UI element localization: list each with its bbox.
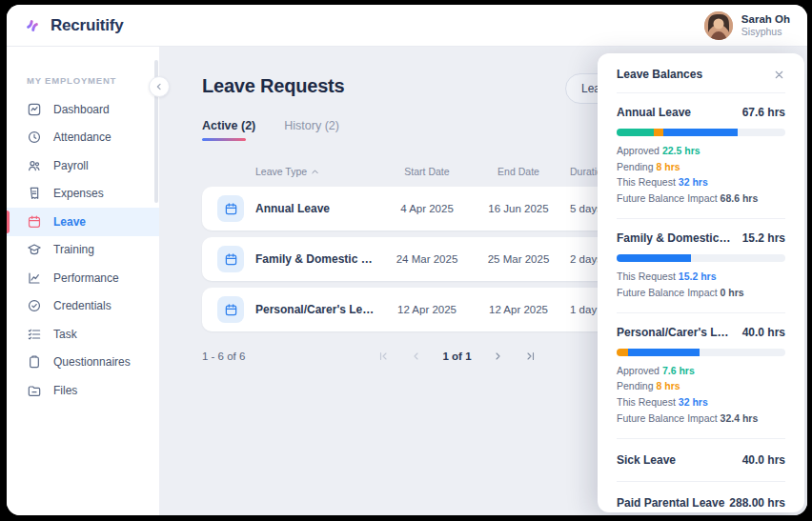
sidebar-item-label: Payroll: [53, 159, 89, 172]
sidebar-item-label: Questionnaires: [53, 355, 131, 369]
balance-section-family-violence-leave: Family & Domestic Violence Leave 15.2 hr…: [617, 219, 785, 313]
column-start-date[interactable]: Start Date: [387, 166, 467, 177]
prev-page-icon[interactable]: [411, 351, 422, 362]
cell-end-date: 16 Jun 2025: [478, 203, 558, 214]
chart-line-icon: [27, 271, 42, 286]
app-window: Recruitify Sarah Oh Sisyphus: [0, 0, 812, 521]
table-header: Leave Type Start Date End Date Duration: [202, 166, 642, 177]
user-org: Sisyphus: [741, 26, 790, 38]
sidebar-item-credentials[interactable]: Credentials: [7, 292, 159, 321]
cell-start-date: 12 Apr 2025: [387, 304, 467, 315]
bar-approved-segment: [617, 129, 654, 136]
sidebar: MY EMPLOYMENT Dashboard Attendance Payro…: [7, 47, 160, 515]
balance-section-annual-leave: Annual Leave 67.6 hrs Approved 22.5 hrs …: [617, 93, 785, 219]
balance-total: 288.00 hrs: [729, 496, 785, 510]
bar-request-segment: [628, 349, 700, 356]
column-end-date[interactable]: End Date: [478, 166, 558, 177]
table-row[interactable]: Family & Domestic Violence Leave 24 Mar …: [202, 237, 642, 281]
balance-section-personal-carers-leave: Personal/Carer's Leave 40.0 hrs Approved…: [617, 313, 785, 439]
detail-this-request: This Request 32 hrs: [617, 396, 785, 409]
balance-total: 40.0 hrs: [742, 453, 785, 467]
user-menu[interactable]: Sarah Oh Sisyphus: [704, 11, 790, 40]
balance-name: Family & Domestic Violence Leave: [617, 231, 733, 245]
detail-approved: Approved 22.5 hrs: [617, 145, 785, 157]
leave-type-calendar-icon: [217, 195, 244, 222]
cell-leave-type: Annual Leave: [255, 202, 376, 215]
cell-leave-type: Personal/Carer's Leave: [255, 303, 376, 316]
tab-history[interactable]: History (2): [284, 119, 339, 141]
calendar-icon: [27, 214, 42, 230]
detail-future-impact: Future Balance Impact 0 hrs: [617, 287, 785, 299]
sidebar-item-leave[interactable]: Leave: [7, 208, 159, 236]
sidebar-section-label: MY EMPLOYMENT: [7, 75, 159, 95]
clock-icon: [27, 130, 42, 145]
sidebar-item-label: Files: [53, 384, 77, 397]
leave-balances-panel: Leave Balances Annual Leave 67.6 hrs App…: [598, 53, 804, 512]
sidebar-collapse-button[interactable]: [149, 76, 170, 97]
bar-request-segment: [663, 129, 739, 136]
checklist-icon: [27, 327, 42, 342]
sidebar-item-files[interactable]: Files: [7, 376, 159, 405]
sidebar-item-expenses[interactable]: Expenses: [7, 180, 159, 209]
avatar[interactable]: [704, 11, 733, 40]
brand-name: Recruitify: [51, 16, 123, 35]
user-name: Sarah Oh: [741, 12, 790, 26]
detail-pending: Pending 8 hrs: [617, 380, 785, 392]
close-icon[interactable]: [773, 69, 785, 81]
top-bar: Recruitify Sarah Oh Sisyphus: [7, 5, 807, 47]
table-row[interactable]: Annual Leave 4 Apr 2025 16 Jun 2025 5 da…: [202, 187, 642, 230]
balance-total: 40.0 hrs: [742, 326, 785, 339]
balance-row-sick-leave: Sick Leave 40.0 hrs: [617, 439, 785, 482]
sidebar-item-label: Attendance: [53, 130, 112, 144]
leave-requests-table: Leave Type Start Date End Date Duration …: [202, 166, 642, 366]
sidebar-item-training[interactable]: Training: [7, 236, 159, 265]
panel-title: Leave Balances: [617, 68, 702, 81]
badge-check-icon: [27, 298, 42, 313]
user-meta: Sarah Oh Sisyphus: [741, 12, 790, 39]
balance-progress-bar: [617, 129, 785, 136]
leave-type-calendar-icon: [217, 246, 244, 272]
detail-this-request: This Request 15.2 hrs: [617, 271, 785, 283]
last-page-icon[interactable]: [525, 351, 537, 362]
pagination-range: 1 - 6 of 6: [202, 351, 245, 362]
sort-asc-icon: [311, 168, 319, 176]
sidebar-item-label: Credentials: [53, 299, 112, 312]
detail-pending: Pending 8 hrs: [617, 161, 785, 173]
sidebar-item-performance[interactable]: Performance: [7, 264, 159, 292]
payroll-icon: [27, 158, 42, 173]
sidebar-item-label: Expenses: [53, 187, 104, 200]
app-surface: Recruitify Sarah Oh Sisyphus: [7, 5, 807, 515]
brand: Recruitify: [22, 15, 123, 36]
cell-start-date: 4 Apr 2025: [387, 203, 467, 214]
balance-progress-bar: [617, 254, 785, 262]
cell-end-date: 25 Mar 2025: [478, 253, 558, 265]
bar-request-segment: [617, 254, 691, 262]
sidebar-item-dashboard[interactable]: Dashboard: [7, 95, 159, 124]
sidebar-item-attendance[interactable]: Attendance: [7, 124, 159, 152]
next-page-icon[interactable]: [493, 351, 504, 362]
sidebar-item-task[interactable]: Task: [7, 320, 159, 349]
first-page-icon[interactable]: [378, 351, 390, 362]
balance-row-paid-parental-leave: Paid Parental Leave 288.00 hrs: [617, 482, 785, 512]
detail-future-impact: Future Balance Impact 68.6 hrs: [617, 192, 785, 205]
table-row[interactable]: Personal/Carer's Leave 12 Apr 2025 12 Ap…: [202, 288, 642, 331]
detail-approved: Approved 7.6 hrs: [617, 365, 785, 377]
cell-start-date: 24 Mar 2025: [387, 253, 467, 265]
sidebar-item-questionnaires[interactable]: Questionnaires: [7, 349, 159, 377]
bar-pending-segment: [617, 349, 628, 356]
sidebar-item-label: Task: [53, 328, 77, 341]
tab-active[interactable]: Active (2): [202, 119, 255, 141]
balance-total: 15.2 hrs: [742, 231, 785, 245]
balance-name: Personal/Carer's Leave: [617, 326, 733, 339]
sidebar-item-payroll[interactable]: Payroll: [7, 151, 159, 180]
cell-leave-type: Family & Domestic Violence Leave: [255, 252, 376, 266]
pagination-page: 1 of 1: [443, 351, 472, 362]
brand-logo-icon: [22, 15, 43, 36]
detail-future-impact: Future Balance Impact 32.4 hrs: [617, 412, 785, 425]
receipt-icon: [27, 186, 42, 201]
pagination: 1 - 6 of 6 1 of 1: [202, 347, 642, 366]
sidebar-item-label: Training: [53, 243, 94, 256]
column-leave-type[interactable]: Leave Type: [255, 166, 376, 177]
clipboard-icon: [27, 354, 42, 370]
folder-icon: [27, 383, 42, 398]
